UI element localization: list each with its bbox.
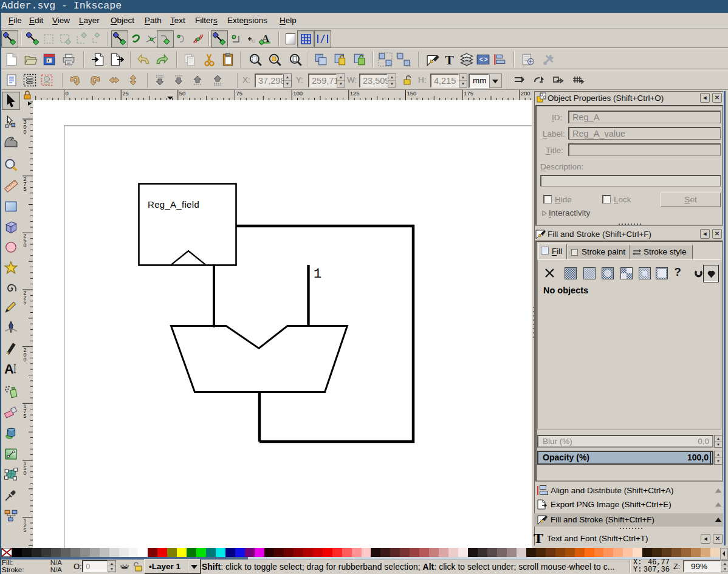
svg-text:50: 50	[179, 90, 186, 97]
svg-text:5: 5	[24, 413, 27, 419]
svg-text:25: 25	[122, 90, 129, 97]
svg-text:5: 5	[24, 299, 27, 306]
svg-text:100: 100	[293, 90, 303, 97]
svg-text:1: 1	[314, 267, 321, 282]
svg-text:Reg_A_field: Reg_A_field	[148, 199, 199, 210]
svg-text:125: 125	[350, 90, 360, 97]
svg-text:0: 0	[66, 90, 69, 97]
svg-text:0: 0	[24, 242, 27, 248]
svg-text:5: 5	[24, 527, 27, 533]
svg-text:<>: <>	[479, 56, 487, 64]
svg-text:75: 75	[236, 90, 243, 97]
svg-text:T: T	[445, 53, 454, 67]
svg-text:0: 0	[24, 357, 27, 363]
svg-text:A: A	[4, 361, 14, 376]
svg-text:0: 0	[24, 129, 27, 135]
svg-text:5: 5	[24, 186, 27, 192]
svg-text:150: 150	[407, 90, 417, 97]
svg-text:0: 0	[24, 470, 27, 476]
svg-text:200: 200	[521, 90, 531, 97]
svg-text:175: 175	[464, 90, 473, 97]
